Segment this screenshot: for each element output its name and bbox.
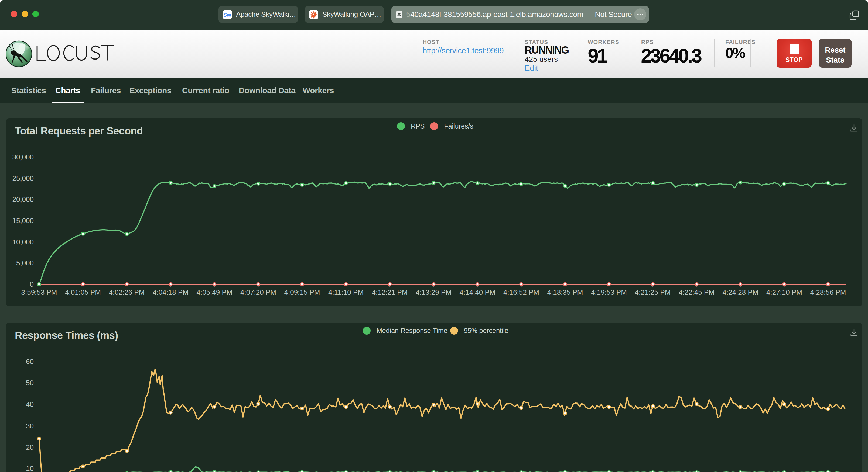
svg-text:Sw: Sw (223, 12, 231, 18)
svg-text:4:04:18 PM: 4:04:18 PM (153, 288, 189, 296)
svg-text:15,000: 15,000 (12, 216, 34, 225)
svg-text:4:28:56 PM: 4:28:56 PM (810, 288, 846, 296)
svg-text:4:13:29 PM: 4:13:29 PM (416, 288, 452, 296)
svg-text:3:59:53 PM: 3:59:53 PM (21, 288, 57, 296)
svg-text:20: 20 (26, 443, 34, 451)
svg-text:30: 30 (26, 422, 34, 430)
svg-text:4:21:25 PM: 4:21:25 PM (635, 288, 671, 296)
svg-text:4:12:21 PM: 4:12:21 PM (372, 288, 408, 296)
svg-text:4:18:35 PM: 4:18:35 PM (547, 288, 583, 296)
svg-text:4:05:49 PM: 4:05:49 PM (197, 288, 232, 296)
svg-text:4:02:26 PM: 4:02:26 PM (109, 288, 145, 296)
svg-text:4:27:10 PM: 4:27:10 PM (766, 288, 802, 296)
svg-text:4:22:45 PM: 4:22:45 PM (679, 288, 715, 296)
svg-text:60: 60 (26, 358, 34, 366)
svg-text:4:19:53 PM: 4:19:53 PM (591, 288, 627, 296)
svg-text:4:11:10 PM: 4:11:10 PM (328, 288, 364, 296)
svg-text:4:24:28 PM: 4:24:28 PM (723, 288, 758, 296)
svg-text:4:16:52 PM: 4:16:52 PM (503, 288, 539, 296)
svg-text:4:09:15 PM: 4:09:15 PM (284, 288, 320, 296)
svg-text:25,000: 25,000 (12, 174, 34, 182)
svg-text:4:01:05 PM: 4:01:05 PM (65, 288, 101, 296)
svg-text:4:14:40 PM: 4:14:40 PM (460, 288, 496, 296)
svg-text:5,000: 5,000 (16, 259, 34, 267)
svg-text:20,000: 20,000 (12, 195, 34, 203)
svg-text:4:07:20 PM: 4:07:20 PM (240, 288, 276, 296)
svg-text:50: 50 (26, 379, 34, 387)
svg-text:40: 40 (26, 400, 34, 408)
svg-text:30,000: 30,000 (12, 153, 34, 161)
svg-text:0: 0 (30, 280, 34, 288)
svg-text:10,000: 10,000 (12, 238, 34, 246)
svg-text:10: 10 (26, 465, 34, 472)
